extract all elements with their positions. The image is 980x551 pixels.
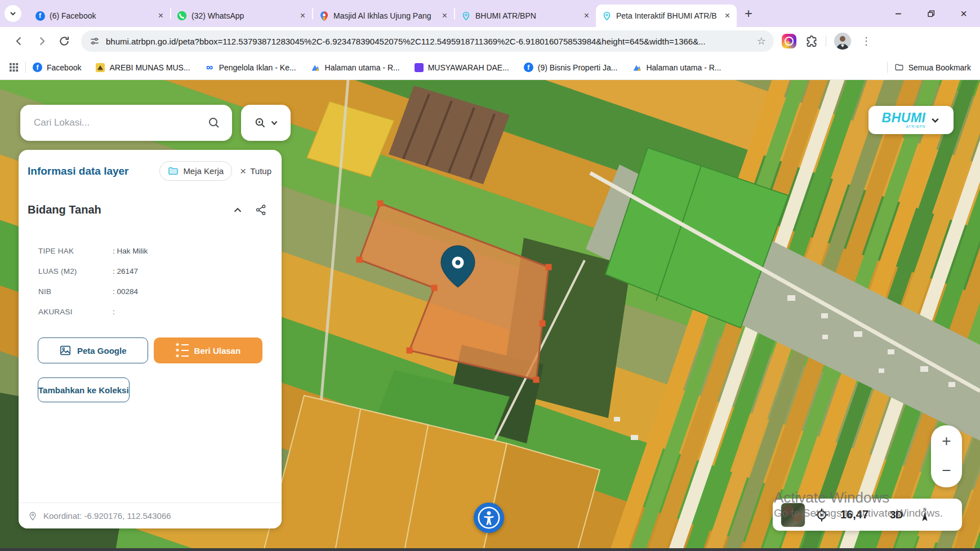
search-input[interactable]	[34, 117, 207, 128]
bookmarks-right: Semua Bookmark	[880, 62, 971, 73]
minimize-button[interactable]	[882, 0, 915, 27]
bookmarks-divider	[25, 62, 26, 73]
zoom-out-button[interactable]: −	[942, 463, 951, 478]
locate-crosshair-icon[interactable]	[814, 508, 829, 522]
close-icon: ×	[240, 166, 246, 176]
tambahkan-ke-koleksi-button[interactable]: Tambahkan ke Koleksi	[38, 377, 130, 402]
zoom-in-button[interactable]: +	[942, 433, 951, 449]
bookmark-arebi[interactable]: AREBI MUNAS MUS...	[96, 63, 190, 72]
tab-google-maps[interactable]: Masjid Al Ikhlas Ujung Pang ×	[313, 5, 454, 27]
field-akurasi: AKURASI :	[38, 306, 282, 317]
facebook-icon: f	[33, 63, 42, 72]
tab-close-icon[interactable]: ×	[157, 11, 164, 20]
zoom-control: + −	[931, 425, 962, 487]
bookmark-star-icon[interactable]: ☆	[757, 35, 766, 47]
tab-peta-interaktif-active[interactable]: Peta Interaktif BHUMI ATR/B ×	[596, 5, 737, 27]
reload-button[interactable]	[53, 31, 75, 51]
bookmark-pengelola-iklan[interactable]: ∞ Pengelola Iklan - Ke...	[205, 63, 296, 72]
bhumi-logo-button[interactable]: BHUMI ATR/BPN	[868, 106, 954, 134]
site-settings-icon[interactable]	[89, 35, 100, 47]
whatsapp-icon	[177, 11, 187, 21]
tab-label: Peta Interaktif BHUMI ATR/B	[616, 11, 719, 20]
new-tab-button[interactable]: +	[745, 6, 752, 21]
avatar-person-icon	[834, 33, 851, 50]
panel-title: Informasi data layer	[28, 165, 129, 177]
tab-search-button[interactable]	[5, 5, 21, 22]
tab-label: (6) Facebook	[50, 11, 153, 20]
close-window-button[interactable]: ×	[947, 0, 980, 27]
bookmark-musyawarah[interactable]: MUSYAWARAH DAE...	[415, 63, 509, 72]
zoom-level-value: 16,47	[840, 508, 868, 521]
bhumi-pin-icon	[461, 11, 471, 21]
map-area: Informasi data layer Meja Kerja × Tutup …	[0, 80, 980, 551]
bookmark-bisnis-properti[interactable]: f (9) Bisnis Properti Ja...	[524, 63, 618, 72]
purple-table-icon	[415, 63, 424, 72]
bookmark-halaman-utama-1[interactable]: Halaman utama - R...	[311, 63, 400, 72]
bidang-tanah-section-header: Bidang Tanah	[19, 203, 282, 216]
restore-icon	[926, 8, 936, 19]
peta-google-button[interactable]: Peta Google	[38, 337, 148, 363]
layer-info-panel: Informasi data layer Meja Kerja × Tutup …	[19, 150, 282, 528]
url-text[interactable]: bhumi.atrbpn.go.id/peta?bbox=112.5379387…	[106, 37, 751, 46]
facebook-icon: f	[524, 63, 533, 72]
map-bottom-bar: 16,47 3D N	[773, 499, 962, 531]
tab-facebook[interactable]: f (6) Facebook ×	[29, 5, 170, 27]
browser-menu-kebab-icon[interactable]: ⋮	[859, 35, 874, 47]
location-pin-icon	[28, 511, 38, 521]
parcel-fields: TIPE HAK : Hak Milik LUAS (M2) : 26147 N…	[19, 246, 282, 317]
field-tipe-hak: TIPE HAK : Hak Milik	[38, 246, 282, 256]
bookmarks-bar: f Facebook AREBI MUNAS MUS... ∞ Pengelol…	[0, 55, 980, 80]
profile-avatar[interactable]	[834, 33, 851, 50]
tab-close-icon[interactable]: ×	[299, 11, 306, 20]
extension-colorful-icon[interactable]	[782, 34, 796, 48]
forward-button[interactable]	[30, 31, 53, 51]
tab-close-icon[interactable]: ×	[724, 11, 731, 20]
bookmark-facebook[interactable]: f Facebook	[33, 63, 81, 72]
field-nib: NIB : 00284	[38, 286, 282, 297]
panel-header: Informasi data layer Meja Kerja × Tutup	[19, 150, 282, 181]
review-stars-icon: ★ ★ ★	[175, 343, 188, 358]
close-panel-button[interactable]: × Tutup	[240, 166, 271, 176]
toolbar-divider	[826, 35, 826, 47]
folder-icon	[894, 63, 904, 72]
compass-north-icon[interactable]: N	[919, 507, 930, 522]
url-bar[interactable]: bhumi.atrbpn.go.id/peta?bbox=112.5379387…	[81, 30, 774, 52]
forward-arrow-icon	[35, 35, 48, 47]
tab-close-icon[interactable]: ×	[583, 11, 590, 20]
meja-kerja-button[interactable]: Meja Kerja	[159, 161, 232, 181]
tab-close-icon[interactable]: ×	[441, 11, 448, 20]
tab-label: BHUMI ATR/BPN	[475, 11, 578, 20]
search-filter-button[interactable]	[241, 105, 291, 141]
accessibility-button[interactable]	[474, 503, 504, 533]
bookmark-halaman-utama-2[interactable]: Halaman utama - R...	[632, 63, 721, 72]
google-maps-pin-icon	[319, 11, 329, 21]
chevron-down-icon	[270, 119, 278, 127]
collapse-chevron-up-icon[interactable]	[231, 204, 244, 216]
bhumi-logo: BHUMI ATR/BPN	[882, 112, 926, 129]
basemap-thumbnail[interactable]	[781, 503, 805, 527]
share-icon[interactable]	[255, 204, 267, 216]
tab-whatsapp[interactable]: (32) WhatsApp ×	[171, 5, 312, 27]
koordinat-footer: Koordinat: -6.920176, 112.543066	[19, 503, 282, 528]
extensions-puzzle-icon[interactable]	[804, 34, 818, 48]
minimize-icon	[893, 8, 903, 19]
map-image-icon	[59, 344, 72, 357]
3d-mode-button[interactable]: 3D	[890, 509, 902, 521]
field-luas: LUAS (M2) : 26147	[38, 266, 282, 277]
apps-grid-icon[interactable]	[9, 63, 19, 72]
back-button[interactable]	[8, 31, 30, 51]
analytics-mountain-icon	[632, 63, 642, 72]
window-controls: ×	[882, 0, 980, 27]
chevron-down-icon	[9, 10, 17, 17]
accessibility-person-icon	[476, 505, 502, 531]
tab-bhumi[interactable]: BHUMI ATR/BPN ×	[455, 5, 596, 27]
search-location-icon	[254, 117, 266, 129]
section-title: Bidang Tanah	[28, 203, 101, 216]
back-arrow-icon	[13, 35, 25, 47]
facebook-icon: f	[35, 11, 45, 21]
beri-ulasan-button[interactable]: ★ ★ ★ Beri Ulasan	[154, 337, 263, 363]
tab-strip: f (6) Facebook × (32) WhatsApp × Masjid …	[0, 0, 980, 27]
restore-button[interactable]	[915, 0, 947, 27]
all-bookmarks-button[interactable]: Semua Bookmark	[894, 63, 971, 72]
search-icon[interactable]	[207, 116, 221, 130]
